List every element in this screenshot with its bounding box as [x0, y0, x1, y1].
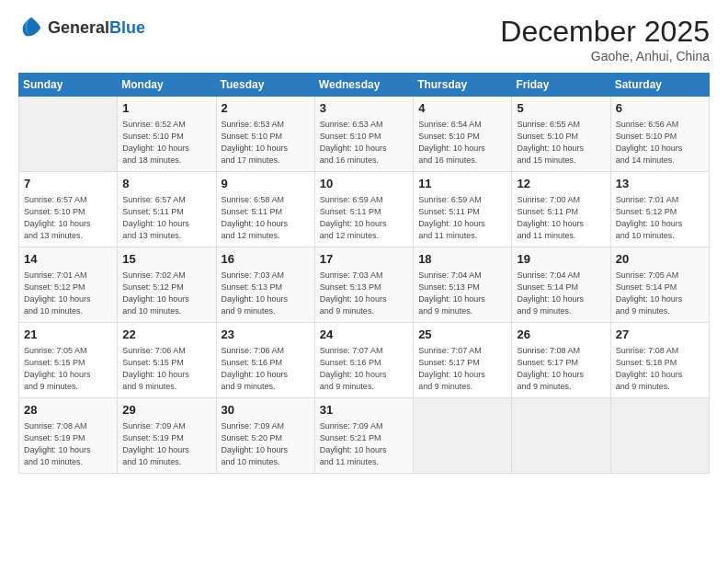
calendar-cell: 23Sunrise: 7:06 AM Sunset: 5:16 PM Dayli…	[216, 323, 314, 398]
day-number: 19	[517, 251, 605, 268]
day-number: 5	[517, 100, 605, 117]
calendar-cell: 19Sunrise: 7:04 AM Sunset: 5:14 PM Dayli…	[512, 247, 610, 323]
day-number: 17	[320, 251, 408, 268]
location: Gaohe, Anhui, China	[500, 49, 710, 63]
day-info: Sunrise: 7:04 AM Sunset: 5:14 PM Dayligh…	[517, 270, 605, 317]
day-info: Sunrise: 6:59 AM Sunset: 5:11 PM Dayligh…	[320, 194, 408, 242]
day-number: 20	[616, 251, 704, 268]
day-number: 24	[320, 327, 408, 343]
column-header-saturday: Saturday	[610, 74, 709, 97]
day-info: Sunrise: 6:55 AM Sunset: 5:10 PM Dayligh…	[517, 119, 605, 167]
calendar-cell	[610, 398, 709, 474]
calendar-cell: 8Sunrise: 6:57 AM Sunset: 5:11 PM Daylig…	[118, 172, 216, 247]
calendar-cell: 16Sunrise: 7:03 AM Sunset: 5:13 PM Dayli…	[216, 247, 314, 323]
logo-general: General	[48, 18, 109, 37]
calendar-cell: 12Sunrise: 7:00 AM Sunset: 5:11 PM Dayli…	[512, 172, 610, 247]
day-number: 16	[222, 251, 310, 268]
calendar-cell: 20Sunrise: 7:05 AM Sunset: 5:14 PM Dayli…	[610, 247, 709, 323]
day-info: Sunrise: 7:09 AM Sunset: 5:20 PM Dayligh…	[222, 420, 310, 468]
day-info: Sunrise: 7:05 AM Sunset: 5:14 PM Dayligh…	[616, 270, 704, 317]
day-info: Sunrise: 6:54 AM Sunset: 5:10 PM Dayligh…	[418, 119, 506, 167]
day-info: Sunrise: 7:05 AM Sunset: 5:15 PM Dayligh…	[24, 345, 112, 393]
day-info: Sunrise: 7:04 AM Sunset: 5:13 PM Dayligh…	[418, 270, 506, 317]
calendar-cell: 5Sunrise: 6:55 AM Sunset: 5:10 PM Daylig…	[512, 97, 610, 172]
calendar-cell: 31Sunrise: 7:09 AM Sunset: 5:21 PM Dayli…	[314, 398, 413, 474]
calendar-cell: 30Sunrise: 7:09 AM Sunset: 5:20 PM Dayli…	[216, 398, 314, 474]
day-info: Sunrise: 7:03 AM Sunset: 5:13 PM Dayligh…	[222, 270, 310, 317]
calendar-cell: 6Sunrise: 6:56 AM Sunset: 5:10 PM Daylig…	[610, 97, 709, 172]
day-number: 26	[517, 327, 605, 343]
day-number: 6	[616, 100, 704, 117]
day-info: Sunrise: 7:08 AM Sunset: 5:18 PM Dayligh…	[616, 345, 704, 393]
day-number: 13	[616, 176, 704, 192]
day-info: Sunrise: 6:59 AM Sunset: 5:11 PM Dayligh…	[418, 194, 506, 242]
day-number: 28	[24, 402, 112, 419]
day-info: Sunrise: 7:00 AM Sunset: 5:11 PM Dayligh…	[517, 194, 605, 242]
column-header-wednesday: Wednesday	[314, 74, 413, 97]
calendar-cell: 24Sunrise: 7:07 AM Sunset: 5:16 PM Dayli…	[314, 323, 413, 398]
day-info: Sunrise: 6:57 AM Sunset: 5:11 PM Dayligh…	[122, 194, 210, 242]
logo-icon	[18, 15, 44, 40]
day-info: Sunrise: 6:58 AM Sunset: 5:11 PM Dayligh…	[222, 194, 310, 242]
day-number: 23	[222, 327, 310, 343]
column-header-tuesday: Tuesday	[216, 74, 314, 97]
week-row-2: 7Sunrise: 6:57 AM Sunset: 5:10 PM Daylig…	[19, 172, 710, 247]
day-number: 29	[122, 402, 210, 419]
calendar-cell	[414, 398, 512, 474]
title-block: December 2025 Gaohe, Anhui, China	[500, 15, 710, 63]
day-info: Sunrise: 7:01 AM Sunset: 5:12 PM Dayligh…	[616, 194, 704, 242]
header-row: SundayMondayTuesdayWednesdayThursdayFrid…	[19, 74, 710, 97]
day-number: 30	[222, 402, 310, 419]
calendar-cell: 28Sunrise: 7:08 AM Sunset: 5:19 PM Dayli…	[19, 398, 118, 474]
week-row-4: 21Sunrise: 7:05 AM Sunset: 5:15 PM Dayli…	[19, 323, 710, 398]
day-number: 3	[320, 100, 408, 117]
day-info: Sunrise: 6:52 AM Sunset: 5:10 PM Dayligh…	[122, 119, 210, 167]
day-info: Sunrise: 7:09 AM Sunset: 5:19 PM Dayligh…	[122, 420, 210, 468]
calendar-cell: 22Sunrise: 7:06 AM Sunset: 5:15 PM Dayli…	[118, 323, 216, 398]
day-number: 2	[222, 100, 310, 117]
day-number: 9	[222, 176, 310, 192]
day-info: Sunrise: 6:53 AM Sunset: 5:10 PM Dayligh…	[320, 119, 408, 167]
day-number: 25	[418, 327, 506, 343]
calendar-cell: 7Sunrise: 6:57 AM Sunset: 5:10 PM Daylig…	[19, 172, 118, 247]
column-header-sunday: Sunday	[19, 74, 118, 97]
day-number: 31	[320, 402, 408, 419]
day-number: 14	[24, 251, 112, 268]
calendar-cell: 9Sunrise: 6:58 AM Sunset: 5:11 PM Daylig…	[216, 172, 314, 247]
calendar-cell: 11Sunrise: 6:59 AM Sunset: 5:11 PM Dayli…	[414, 172, 512, 247]
day-number: 12	[517, 176, 605, 192]
day-info: Sunrise: 7:01 AM Sunset: 5:12 PM Dayligh…	[24, 270, 112, 317]
day-info: Sunrise: 7:07 AM Sunset: 5:17 PM Dayligh…	[418, 345, 506, 393]
day-number: 1	[122, 100, 210, 117]
calendar-table: SundayMondayTuesdayWednesdayThursdayFrid…	[18, 73, 710, 474]
header: GeneralBlue December 2025 Gaohe, Anhui, …	[18, 15, 710, 63]
calendar-cell: 26Sunrise: 7:08 AM Sunset: 5:17 PM Dayli…	[512, 323, 610, 398]
logo-text: GeneralBlue	[48, 18, 145, 38]
day-info: Sunrise: 7:08 AM Sunset: 5:17 PM Dayligh…	[517, 345, 605, 393]
day-info: Sunrise: 7:06 AM Sunset: 5:16 PM Dayligh…	[222, 345, 310, 393]
calendar-cell: 18Sunrise: 7:04 AM Sunset: 5:13 PM Dayli…	[414, 247, 512, 323]
day-number: 21	[24, 327, 112, 343]
day-info: Sunrise: 6:56 AM Sunset: 5:10 PM Dayligh…	[616, 119, 704, 167]
day-info: Sunrise: 6:57 AM Sunset: 5:10 PM Dayligh…	[24, 194, 112, 242]
column-header-thursday: Thursday	[414, 74, 512, 97]
main-container: GeneralBlue December 2025 Gaohe, Anhui, …	[0, 0, 728, 483]
day-number: 7	[24, 176, 112, 192]
calendar-cell: 10Sunrise: 6:59 AM Sunset: 5:11 PM Dayli…	[314, 172, 413, 247]
calendar-cell	[19, 97, 118, 172]
week-row-1: 1Sunrise: 6:52 AM Sunset: 5:10 PM Daylig…	[19, 97, 710, 172]
calendar-cell: 29Sunrise: 7:09 AM Sunset: 5:19 PM Dayli…	[118, 398, 216, 474]
column-header-monday: Monday	[118, 74, 216, 97]
calendar-cell: 27Sunrise: 7:08 AM Sunset: 5:18 PM Dayli…	[610, 323, 709, 398]
logo-blue: Blue	[109, 18, 145, 37]
column-header-friday: Friday	[512, 74, 610, 97]
calendar-cell: 17Sunrise: 7:03 AM Sunset: 5:13 PM Dayli…	[314, 247, 413, 323]
day-number: 8	[122, 176, 210, 192]
calendar-cell: 1Sunrise: 6:52 AM Sunset: 5:10 PM Daylig…	[118, 97, 216, 172]
calendar-cell: 25Sunrise: 7:07 AM Sunset: 5:17 PM Dayli…	[414, 323, 512, 398]
day-number: 22	[122, 327, 210, 343]
calendar-cell: 2Sunrise: 6:53 AM Sunset: 5:10 PM Daylig…	[216, 97, 314, 172]
day-number: 18	[418, 251, 506, 268]
calendar-cell: 13Sunrise: 7:01 AM Sunset: 5:12 PM Dayli…	[610, 172, 709, 247]
day-info: Sunrise: 7:02 AM Sunset: 5:12 PM Dayligh…	[122, 270, 210, 317]
